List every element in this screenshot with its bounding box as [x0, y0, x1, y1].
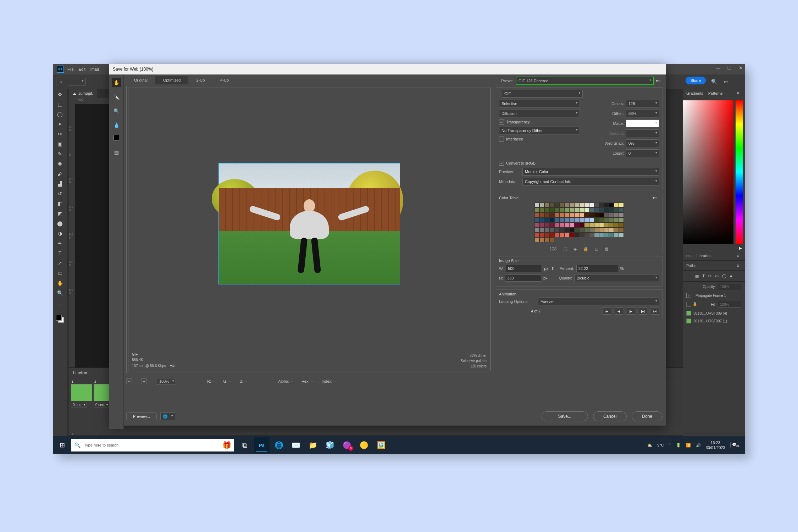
- convert-srgb-checkbox[interactable]: ✓: [499, 161, 504, 166]
- zoom-tool-icon[interactable]: 🔍: [112, 106, 121, 116]
- height-input[interactable]: 333: [505, 275, 541, 282]
- layer-row[interactable]: 30130...URST007 (1): [683, 317, 745, 325]
- lock-icon[interactable]: [686, 302, 691, 307]
- app-explorer[interactable]: 📁: [305, 437, 321, 453]
- tool-preset-dd[interactable]: [69, 78, 86, 85]
- healing-tool-icon[interactable]: ✺: [57, 161, 63, 167]
- frame-delay[interactable]: 0 sec.▾: [71, 402, 87, 408]
- websnap-dropdown[interactable]: 0%: [626, 139, 659, 147]
- frame-tool-icon[interactable]: ▣: [57, 141, 63, 147]
- ct-lock-icon[interactable]: 🔒: [583, 246, 588, 251]
- tab-libraries[interactable]: Libraries: [697, 254, 711, 258]
- path-tool-icon[interactable]: ↗: [57, 260, 63, 266]
- pen-tool-icon[interactable]: ✒: [57, 240, 63, 246]
- done-button[interactable]: Done: [632, 411, 663, 421]
- marquee-tool-icon[interactable]: ⬚: [57, 101, 63, 107]
- document-tab[interactable]: ☁Jumpgif.: [69, 89, 97, 98]
- battery-icon[interactable]: 🔋: [676, 443, 681, 448]
- prev-frame-icon[interactable]: ◀: [615, 307, 623, 315]
- tab-paths[interactable]: Paths: [686, 264, 696, 268]
- first-frame-icon[interactable]: ⏮: [603, 307, 611, 315]
- volume-icon[interactable]: 🔊: [696, 443, 701, 448]
- share-button[interactable]: Share: [686, 77, 706, 84]
- tab-gradients[interactable]: Gradients: [686, 91, 703, 95]
- stamp-tool-icon[interactable]: ▟: [57, 181, 63, 187]
- save-button[interactable]: Save...: [542, 411, 588, 421]
- zoom-dropdown[interactable]: 100%: [156, 378, 176, 384]
- menu-image[interactable]: Imag: [90, 67, 99, 71]
- dodge-tool-icon[interactable]: ◑: [57, 231, 63, 236]
- hand-tool-icon[interactable]: ✋: [112, 78, 121, 87]
- start-button[interactable]: ⊞: [53, 436, 71, 454]
- metadata-dropdown[interactable]: Copyright and Contact Info: [522, 178, 659, 185]
- weather-icon[interactable]: ⛅: [647, 443, 652, 448]
- prop-icon[interactable]: ✂: [708, 274, 711, 278]
- dither-method-dropdown[interactable]: Diffusion: [499, 110, 580, 117]
- weather-temp[interactable]: 9°C: [657, 443, 664, 447]
- app-photos[interactable]: 🖼️: [373, 437, 389, 453]
- format-dropdown[interactable]: GIF: [502, 90, 583, 98]
- taskbar-search[interactable]: 🔍 Type here to search 🎁: [71, 439, 234, 451]
- gradient-tool-icon[interactable]: ◩: [57, 211, 63, 216]
- ct-new-icon[interactable]: ◻: [595, 246, 598, 251]
- history-brush-icon[interactable]: ↺: [57, 191, 63, 196]
- ct-icon[interactable]: ◈: [573, 246, 577, 251]
- tab-2up[interactable]: 2-Up: [188, 76, 212, 84]
- frame-delay[interactable]: 0 sec.▾: [94, 402, 110, 408]
- interlaced-checkbox[interactable]: [499, 137, 504, 142]
- app-store[interactable]: 🧊: [322, 437, 338, 453]
- next-frame-icon[interactable]: ▶|: [639, 307, 647, 315]
- play-icon[interactable]: ▶: [627, 307, 635, 315]
- slice-visibility-icon[interactable]: ▤: [112, 148, 121, 157]
- panel-menu-icon[interactable]: ≡: [735, 253, 741, 258]
- blur-tool-icon[interactable]: ⬤: [57, 221, 63, 226]
- preview-button[interactable]: Preview...: [126, 412, 157, 420]
- close-icon[interactable]: ✕: [739, 65, 743, 71]
- color-picker-panel[interactable]: ▶: [683, 98, 745, 251]
- link-wh-icon[interactable]: ⬍: [550, 266, 555, 271]
- cancel-button[interactable]: Cancel: [593, 411, 627, 421]
- looping-dropdown[interactable]: Forever: [538, 298, 659, 305]
- percent-input[interactable]: 22.22: [576, 265, 618, 272]
- preview-dropdown[interactable]: Monitor Color: [522, 168, 659, 176]
- colors-dropdown[interactable]: 128: [626, 100, 659, 107]
- move-tool-icon[interactable]: ✥: [57, 92, 63, 97]
- prop-icon[interactable]: ▭: [715, 274, 719, 278]
- transparency-checkbox[interactable]: ✓: [499, 120, 504, 124]
- wifi-icon[interactable]: 📶: [686, 443, 691, 448]
- workspace-icon[interactable]: ▭: [721, 77, 731, 86]
- eyedropper-color-swatch[interactable]: [113, 135, 119, 140]
- last-frame-icon[interactable]: ⏭: [651, 307, 659, 315]
- propagate-checkbox[interactable]: ✓: [686, 293, 691, 298]
- crop-tool-icon[interactable]: ✂: [57, 131, 63, 137]
- width-input[interactable]: 500: [506, 265, 542, 272]
- dither-amount-dropdown[interactable]: 88%: [626, 110, 659, 117]
- tab-original[interactable]: Original: [126, 76, 155, 84]
- app-edge[interactable]: 🌐: [271, 437, 287, 453]
- eyedropper-tool-icon[interactable]: 💧: [112, 121, 121, 130]
- prop-icon[interactable]: ●: [730, 274, 732, 278]
- timeline-frame[interactable]: 1 0 sec.▾: [71, 379, 92, 408]
- flyout-icon[interactable]: ▾≡: [168, 363, 177, 368]
- zoom-tool-icon[interactable]: 🔍: [57, 290, 63, 296]
- lasso-tool-icon[interactable]: ◯: [57, 111, 63, 117]
- browser-preview-dropdown[interactable]: 🌐: [160, 412, 175, 420]
- tab-optimized[interactable]: Optimized: [155, 76, 189, 84]
- ct-icon[interactable]: ⬚: [563, 246, 567, 251]
- preset-dropdown[interactable]: GIF 128 Dithered: [516, 77, 654, 85]
- layer-row[interactable]: 30130...URST009 (4): [683, 309, 745, 317]
- main-menu[interactable]: File Edit Imag: [67, 67, 99, 71]
- tab-4up[interactable]: 4-Up: [212, 76, 237, 84]
- type-tool-icon[interactable]: T: [57, 250, 63, 256]
- panel-menu-icon[interactable]: ≡: [735, 263, 741, 268]
- color-reduction-dropdown[interactable]: Selective: [499, 100, 580, 107]
- shape-tool-icon[interactable]: ▭: [57, 270, 63, 276]
- eraser-tool-icon[interactable]: ◧: [57, 201, 63, 206]
- color-table-grid[interactable]: [534, 203, 624, 242]
- taskbar-clock[interactable]: 16:2330/01/2023: [706, 440, 725, 450]
- wand-tool-icon[interactable]: ✦: [57, 121, 63, 127]
- search-icon[interactable]: 🔍: [709, 77, 719, 86]
- preview-area[interactable]: GIF 586.4K 107 sec @ 56.6 Kbps ▾≡ 88% di…: [126, 86, 492, 373]
- prop-icon[interactable]: ◯: [722, 274, 726, 278]
- prop-icon[interactable]: ▦: [695, 274, 699, 278]
